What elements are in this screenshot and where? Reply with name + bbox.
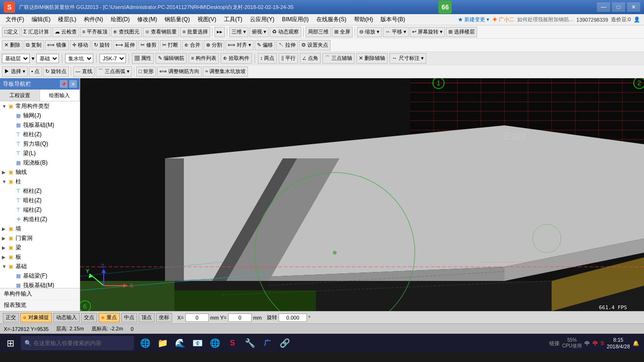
snap-btn-交点[interactable]: 交点 — [81, 313, 97, 322]
menu-item-q[interactable]: 钢筋量(Q) — [161, 15, 193, 25]
sogou-tray-icon[interactable]: S — [601, 340, 604, 346]
toolbar1-btn-0[interactable]: □定义 — [2, 27, 20, 37]
tab-project-settings[interactable]: 工程设置 — [0, 90, 40, 101]
del-aux-btn[interactable]: ✕ 删除辅轴 — [356, 53, 388, 64]
tree-item-16[interactable]: ▶▣梁 — [0, 243, 80, 252]
tree-toggle[interactable]: ▶ — [2, 245, 8, 250]
layer-select[interactable]: 基础层 — [2, 54, 30, 63]
toolbar1-btn-7[interactable]: ▸▸ — [215, 27, 225, 37]
toolbar1-btn-5[interactable]: ⊙ 查看钢筋量 — [143, 27, 179, 37]
tree-item-8[interactable]: ▶▣轴线 — [0, 167, 80, 177]
adj-pit-btn[interactable]: ≈ 调整集水坑放坡 — [203, 66, 248, 77]
toolbar2-btn-8[interactable]: ⊕ 合并 — [182, 40, 203, 50]
minimize-button[interactable]: — — [597, 2, 610, 12]
tree-toggle[interactable]: ▶ — [2, 226, 8, 231]
toolbar2-btn-5[interactable]: ⟷ 延伸 — [113, 40, 137, 50]
taskbar-app-tool[interactable]: 🔧 — [241, 335, 258, 352]
tree-item-5[interactable]: ⊤剪力墙(Q) — [0, 139, 80, 148]
close-button[interactable]: ✕ — [627, 2, 640, 12]
toolbar1-btn-16[interactable]: ⊞ 选择楼层 — [446, 27, 477, 37]
toolbar1-btn-12[interactable]: ⊞ 全屏 — [332, 27, 353, 37]
toolbar2-btn-1[interactable]: ⧉ 复制 — [24, 40, 44, 50]
toolbar1-btn-11[interactable]: 局部三维 — [305, 27, 331, 37]
adj-dir-btn[interactable]: ⟺ 调整钢筋方向 — [157, 66, 202, 77]
toolbar2-btn-3[interactable]: ✛ 移动 — [70, 40, 91, 50]
tree-toggle[interactable]: ▼ — [2, 104, 8, 109]
line-btn[interactable]: — 直线 — [73, 66, 95, 77]
taskbar-app-email[interactable]: 📧 — [189, 335, 206, 352]
y-input[interactable] — [228, 313, 252, 322]
toolbar1-btn-9[interactable]: 俯视 ▾ — [249, 27, 269, 37]
edit-rebar-btn[interactable]: ✎ 编辑钢筋 — [156, 53, 187, 64]
menu-item-l[interactable]: 楼层(L) — [54, 15, 80, 25]
tree-item-14[interactable]: ▶▣墙 — [0, 224, 80, 233]
taskbar-search[interactable]: 🔍 — [21, 336, 134, 350]
toolbar1-btn-15[interactable]: ↩ 屏幕旋转 ▾ — [410, 27, 445, 37]
menu-item-y[interactable]: 云应用(Y) — [246, 15, 278, 25]
taskbar-app-explorer[interactable]: 📁 — [154, 335, 171, 352]
taskbar-app-ie2[interactable]: 🌐 — [206, 335, 223, 352]
snap-btn-正交[interactable]: 正交 — [3, 313, 19, 322]
menu-item-n[interactable]: 构件(N) — [80, 15, 107, 25]
panel-close-btn[interactable]: ✕ — [69, 80, 77, 88]
snap-btn-动态输入[interactable]: 动态输入 — [53, 313, 80, 322]
two-pt-btn[interactable]: ↕ 两点 — [258, 53, 277, 64]
toolbar1-btn-14[interactable]: ↔ 平移 ▾ — [383, 27, 409, 37]
toolbar2-btn-2[interactable]: ⟺ 镜像 — [45, 40, 69, 50]
snap-btn-顶点[interactable]: 顶点 — [139, 313, 155, 322]
tree-item-9[interactable]: ▼▣柱 — [0, 177, 80, 186]
tree-toggle[interactable]: ▼ — [2, 264, 8, 269]
type-select[interactable]: 基础 — [36, 54, 59, 63]
taskbar-app-sogou[interactable]: S — [224, 335, 241, 352]
tree-item-18[interactable]: ▼▣基础 — [0, 262, 80, 271]
menu-item-b[interactable]: 版本号(B) — [377, 15, 409, 25]
toolbar1-btn-8[interactable]: 三维 ▾ — [229, 27, 248, 37]
parallel-btn[interactable]: ∥ 平行 — [279, 53, 298, 64]
user-icon[interactable]: 👤 — [634, 16, 640, 23]
arc-draw-btn[interactable]: ⌒ 三点画弧 ▾ — [96, 66, 132, 77]
taskbar-app-link[interactable]: 🔗 — [276, 335, 293, 352]
toolbar1-btn-1[interactable]: Σ 汇总计算 — [21, 27, 51, 37]
menu-item-h[interactable]: 帮助(H) — [350, 15, 377, 25]
select-btn[interactable]: ▶ 选择 ▾ — [2, 66, 28, 77]
toolbar2-btn-9[interactable]: ⊗ 分割 — [204, 40, 224, 50]
toolbar2-btn-10[interactable]: ⟺ 对齐 ▾ — [225, 40, 254, 50]
x-input[interactable] — [185, 313, 209, 322]
toolbar2-btn-7[interactable]: ✂ 打断 — [160, 40, 181, 50]
toolbar1-btn-10[interactable]: ♻ 动态观察 — [270, 27, 301, 37]
snap-btn-对象捕捉[interactable]: 对象捕捉 — [20, 313, 52, 322]
pick-comp-btn[interactable]: ⊕ 拾取构件 — [221, 53, 252, 64]
start-button[interactable]: ⊞ — [1, 334, 20, 352]
toolbar2-btn-11[interactable]: ✎ 偏移 — [255, 40, 275, 50]
tab-draw-input[interactable]: 绘图输入 — [40, 90, 80, 101]
viewport[interactable]: 1 2 6 X Y Z — [80, 78, 644, 311]
tree-item-20[interactable]: ▦筏板基础(M) — [0, 280, 80, 288]
taskbar-app-ggj[interactable]: 广 — [259, 335, 276, 352]
tree-item-7[interactable]: ▦现浇板(B) — [0, 158, 80, 167]
toolbar1-btn-3[interactable]: ≡ 平齐板顶 — [80, 27, 110, 37]
comp-id-select[interactable]: JSK-7 — [99, 54, 126, 63]
tree-item-17[interactable]: ▶▣板 — [0, 252, 80, 262]
menu-item-s[interactable]: 在线服务(S) — [313, 15, 350, 25]
tree-item-19[interactable]: ▦基础梁(F) — [0, 271, 80, 280]
ime-icon[interactable]: 中 — [593, 340, 598, 347]
tree-toggle[interactable]: ▼ — [2, 179, 8, 184]
snap-btn-重点[interactable]: 重点 — [99, 313, 120, 322]
lang-icon[interactable]: 中 — [585, 340, 590, 347]
snap-btn-中点[interactable]: 中点 — [121, 313, 137, 322]
toolbar1-btn-2[interactable]: ☁ 云检查 — [52, 27, 79, 37]
report-preview-btn[interactable]: 报表预览 — [0, 300, 80, 311]
snap-btn-坐标[interactable]: 坐标 — [156, 313, 172, 322]
angle-btn[interactable]: ∠ 点角 — [300, 53, 321, 64]
panel-pin-btn[interactable]: 📌 — [60, 80, 67, 88]
tree-toggle[interactable]: ▶ — [2, 170, 8, 175]
menu-item-v[interactable]: 视图(V) — [194, 15, 220, 25]
point-btn[interactable]: • 点 — [29, 66, 42, 77]
tree-item-10[interactable]: ⊤框柱(Z) — [0, 186, 80, 196]
taskbar-app-edge[interactable]: 🌊 — [172, 335, 189, 352]
tree-item-4[interactable]: ⊤框柱(Z) — [0, 130, 80, 139]
menu-item-t[interactable]: 工具(T) — [220, 15, 246, 25]
comp-list-btn[interactable]: ≡ 构件列表 — [189, 53, 218, 64]
toolbar1-btn-4[interactable]: ⊕ 查找图元 — [111, 27, 142, 37]
tree-toggle[interactable]: ▶ — [2, 255, 8, 260]
